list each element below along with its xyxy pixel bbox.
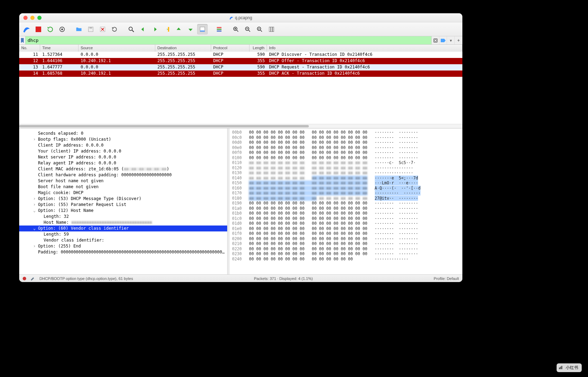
titlebar: q.pcapng — [19, 13, 462, 22]
svg-rect-18 — [269, 27, 270, 31]
minimize-window-button[interactable] — [30, 16, 35, 20]
svg-rect-22 — [559, 367, 560, 369]
detail-row[interactable]: ›Option: (255) End — [19, 243, 227, 249]
packet-list-pane: No. Time Source Destination Protocol Len… — [19, 45, 462, 128]
detail-row[interactable]: Client hardware address padding: 0000000… — [19, 172, 227, 178]
go-back-button[interactable] — [138, 24, 148, 35]
packet-row[interactable]: 141.68576810.240.192.1255.255.255.255DHC… — [19, 71, 462, 77]
packet-list-header[interactable]: No. Time Source Destination Protocol Len… — [19, 45, 462, 52]
open-file-button[interactable] — [74, 24, 84, 35]
svg-rect-24 — [561, 366, 562, 369]
go-first-button[interactable] — [173, 24, 184, 35]
svg-rect-20 — [273, 27, 274, 31]
watermark-badge: 小红书 — [557, 363, 582, 372]
filter-history-button[interactable]: ▾ — [447, 36, 455, 44]
clear-filter-button[interactable] — [432, 36, 439, 44]
go-to-packet-button[interactable] — [162, 24, 172, 35]
detail-row[interactable]: Client MAC address: zte_1d:6b:05 (xx:xx:… — [19, 166, 227, 172]
close-file-button[interactable] — [97, 24, 108, 35]
zoom-reset-button[interactable]: 1 — [254, 24, 265, 35]
detail-row[interactable]: Host Name: xxxxxxxxxxxxxxxxxxxxxxxxxxxxx… — [19, 220, 227, 226]
status-right-text[interactable]: Profile: Default — [434, 276, 459, 281]
svg-text:1: 1 — [258, 28, 259, 30]
go-last-button[interactable] — [185, 24, 196, 35]
detail-row[interactable]: Length: 59 — [19, 231, 227, 237]
display-filter-bar: ▾ + — [19, 36, 462, 45]
svg-rect-19 — [271, 27, 272, 31]
go-forward-button[interactable] — [150, 24, 160, 35]
svg-rect-10 — [200, 30, 204, 31]
detail-row[interactable]: ›Option: (53) DHCP Message Type (Discove… — [19, 196, 227, 202]
auto-scroll-button[interactable] — [197, 24, 208, 35]
restart-capture-button[interactable] — [45, 24, 55, 35]
find-packet-button[interactable] — [126, 24, 136, 35]
packet-bytes-pane[interactable]: 00b0 00 00 00 00 00 00 00 00 00 00 00 00… — [229, 128, 462, 274]
main-toolbar: 1 — [19, 22, 462, 36]
zoom-in-button[interactable] — [231, 24, 241, 35]
detail-row[interactable]: Client IP address: 0.0.0.0 — [19, 142, 227, 148]
svg-rect-12 — [217, 29, 221, 30]
detail-row[interactable]: ›Bootp flags: 0x0000 (Unicast) — [19, 136, 227, 142]
horizontal-scrollbar[interactable] — [19, 124, 462, 128]
svg-rect-11 — [217, 27, 221, 28]
resize-columns-button[interactable] — [266, 24, 277, 35]
zoom-out-button[interactable] — [243, 24, 253, 35]
detail-row[interactable]: ›Option: (55) Parameter Request List — [19, 202, 227, 208]
svg-rect-13 — [217, 30, 221, 31]
reload-file-button[interactable] — [109, 24, 120, 35]
shark-fin-icon[interactable] — [21, 24, 32, 35]
packet-list-body[interactable]: 111.5273640.0.0.0255.255.255.255DHCP590D… — [19, 52, 462, 124]
svg-rect-23 — [560, 367, 561, 369]
svg-rect-8 — [168, 27, 169, 31]
add-filter-button[interactable]: + — [455, 36, 462, 44]
detail-row[interactable]: Server host name not given — [19, 178, 227, 184]
save-file-button[interactable] — [85, 24, 96, 35]
packet-details-pane[interactable]: Seconds elapsed: 0›Bootp flags: 0x0000 (… — [19, 128, 227, 282]
window-title: q.pcapng — [19, 15, 462, 20]
status-mid-text: Packets: 371 · Displayed: 4 (1.1%) — [254, 276, 313, 281]
colorize-button[interactable] — [214, 24, 224, 35]
apply-filter-button[interactable] — [439, 36, 447, 44]
detail-row[interactable]: Padding: 0000000000000000000000000000000… — [19, 249, 227, 255]
svg-point-6 — [129, 27, 132, 30]
svg-rect-0 — [36, 27, 41, 32]
fullscreen-window-button[interactable] — [37, 16, 42, 20]
display-filter-input[interactable] — [25, 36, 431, 44]
detail-row[interactable]: ⌄Option: (12) Host Name — [19, 208, 227, 214]
detail-row[interactable]: Length: 32 — [19, 214, 227, 220]
detail-row[interactable]: Magic cookie: DHCP — [19, 190, 227, 196]
detail-row[interactable]: Seconds elapsed: 0 — [19, 131, 227, 136]
app-window: q.pcapng 1 — [19, 13, 462, 282]
detail-row[interactable]: Vendor class identifier: — [19, 237, 227, 243]
packet-row[interactable]: 131.6477770.0.0.0255.255.255.255DHCP590D… — [19, 64, 462, 71]
svg-line-7 — [132, 30, 134, 32]
capture-options-button[interactable] — [57, 24, 67, 35]
detail-row[interactable]: ⌄Option: (60) Vendor class identifier — [19, 226, 227, 231]
close-window-button[interactable] — [23, 16, 28, 20]
svg-rect-4 — [89, 27, 92, 29]
stop-capture-button[interactable] — [33, 24, 44, 35]
detail-row[interactable]: Relay agent IP address: 0.0.0.0 — [19, 160, 227, 166]
packet-row[interactable]: 121.64410610.240.192.1255.255.255.255DHC… — [19, 58, 462, 64]
detail-row[interactable]: Next server IP address: 0.0.0.0 — [19, 154, 227, 160]
svg-point-2 — [61, 28, 63, 30]
filter-bookmark-button[interactable] — [19, 36, 25, 44]
detail-row[interactable]: Your (client) IP address: 0.0.0.0 — [19, 148, 227, 154]
packet-row[interactable]: 111.5273640.0.0.0255.255.255.255DHCP590D… — [19, 52, 462, 58]
detail-row[interactable]: Boot file name not given — [19, 184, 227, 190]
